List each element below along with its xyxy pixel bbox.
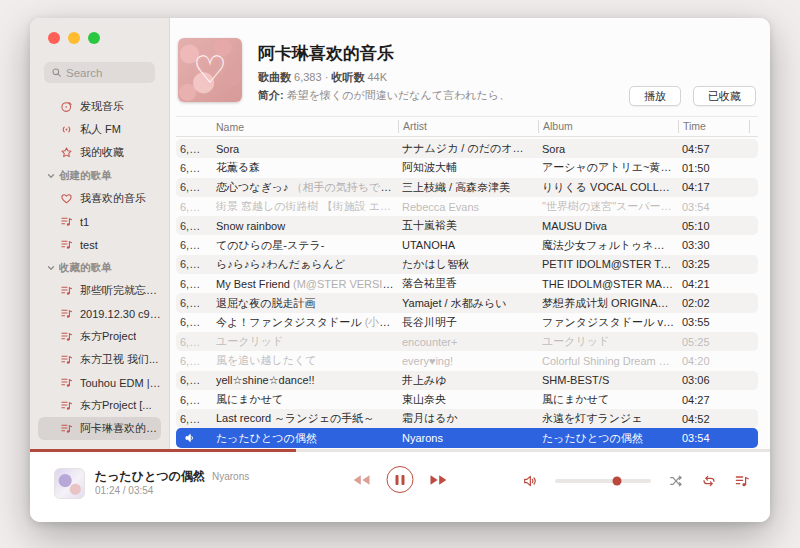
song-name: たったひとつの偶然	[212, 431, 394, 446]
sidebar-item[interactable]: 我的收藏	[38, 141, 161, 164]
song-name: 風にまかせて	[212, 392, 394, 407]
previous-track-button[interactable]	[353, 474, 372, 486]
song-number: 6,379	[176, 355, 208, 367]
sidebar-item-selected[interactable]: 阿卡琳喜欢的音乐	[38, 417, 161, 440]
collected-button[interactable]: 已收藏	[693, 86, 756, 106]
table-row[interactable]: 6,375My Best Friend (M@STER VERSION)落合祐里…	[176, 274, 758, 293]
song-artist: 落合祐里香	[398, 276, 534, 291]
volume-knob[interactable]	[613, 477, 622, 486]
search-box[interactable]	[44, 62, 155, 83]
table-row[interactable]: 6,378ユークリッドencounter+ユークリッド05:25	[176, 332, 758, 351]
next-track-button[interactable]	[429, 474, 448, 486]
play-button[interactable]: 播放	[629, 86, 681, 106]
song-name: My Best Friend (M@STER VERSION)	[212, 278, 394, 290]
song-artist: 阿知波大輔	[398, 160, 534, 175]
main-content: ♡ 阿卡琳喜欢的音乐 歌曲数 6,383 · 收听数 44K 简介: 希望を懐く…	[170, 18, 770, 449]
table-row[interactable]: 6,376退屈な夜の脱走計画Yamajet / 水都みらい梦想养成计划 ORIG…	[176, 293, 758, 312]
song-time: 01:50	[678, 162, 750, 174]
column-name[interactable]: Name	[212, 121, 394, 133]
sidebar-item-label: 阿卡琳喜欢的音乐	[80, 421, 161, 436]
sidebar-item[interactable]: 发现音乐	[38, 95, 161, 118]
table-row[interactable]: 6,381風にまかせて東山奈央風にまかせて04:27	[176, 390, 758, 409]
column-artist[interactable]: Artist	[398, 120, 534, 133]
sidebar-item[interactable]: t1	[38, 210, 161, 233]
playlist-intro: 简介: 希望を懐くのが間違いだなんて言われたら、	[258, 88, 588, 103]
chevron-down-icon	[46, 263, 56, 273]
now-playing-time: 01:24 / 03:54	[95, 485, 249, 498]
sidebar-section-header[interactable]: 创建的歌单	[38, 164, 161, 187]
song-time: 02:02	[678, 297, 750, 309]
song-number: 6,372	[176, 220, 208, 232]
sidebar-item-label: 我的收藏	[80, 145, 124, 160]
song-number	[176, 432, 208, 444]
song-time: 04:20	[678, 355, 750, 367]
song-number: 6,371	[176, 201, 208, 213]
song-time: 03:25	[678, 258, 750, 270]
table-row[interactable]: 6,377今よ！ファンタジスタドール (小明オ...長谷川明子ファンタジスタドー…	[176, 313, 758, 332]
song-artist: Nyarons	[398, 432, 534, 444]
song-time: 04:21	[678, 278, 750, 290]
search-input[interactable]	[66, 67, 148, 79]
playlist-cover-art: ♡	[178, 38, 242, 102]
playlist-icon	[60, 330, 73, 343]
sidebar-item[interactable]: 那些听完就忘不...	[38, 279, 161, 302]
table-row[interactable]: 6,372Snow rainbow五十嵐裕美MAUSU Diva05:10	[176, 216, 758, 235]
repeat-icon[interactable]	[701, 473, 717, 489]
table-row[interactable]: 6,371街景 窓越しの街路樹 【街施設 エトリ...Rebecca Evans…	[176, 197, 758, 216]
song-album: アーシャのアトリエ~黄昏の...	[538, 160, 674, 175]
table-row-playing[interactable]: たったひとつの偶然Nyaronsたったひとつの偶然03:54	[176, 428, 758, 447]
close-button[interactable]	[48, 32, 60, 44]
table-row[interactable]: 6,382Last record ～ランジェの手紙～霜月はるか永遠を灯すランジェ…	[176, 409, 758, 428]
song-artist: 霜月はるか	[398, 411, 534, 426]
chevron-down-icon	[46, 171, 56, 181]
playlist-stats: 歌曲数 6,383 · 收听数 44K	[258, 70, 387, 85]
sidebar-item[interactable]: Touhou EDM | ...	[38, 371, 161, 394]
song-album: ファンタジスタドール vol.5...	[538, 315, 674, 330]
song-time: 03:55	[678, 316, 750, 328]
search-icon	[51, 67, 62, 78]
volume-icon[interactable]	[522, 473, 538, 489]
song-artist: Rebecca Evans	[398, 201, 534, 213]
song-album: 永遠を灯すランジェ	[538, 411, 674, 426]
song-name: 花薫る森	[212, 160, 394, 175]
minimize-button[interactable]	[68, 32, 80, 44]
song-name-main: 風にまかせて	[216, 393, 283, 405]
song-name-main: 花薫る森	[216, 161, 260, 173]
table-row[interactable]: 6,379風を追い越したくてevery♥ing!Colorful Shining…	[176, 351, 758, 370]
play-queue-icon[interactable]	[734, 473, 750, 489]
sidebar-section-header[interactable]: 收藏的歌单	[38, 256, 161, 279]
table-row[interactable]: 6,380yell☆shine☆dance!!井上みゆSHM-BEST/S03:…	[176, 371, 758, 390]
song-number: 6,376	[176, 297, 208, 309]
sidebar-item[interactable]: 私人 FM	[38, 118, 161, 141]
sidebar-item[interactable]: test	[38, 233, 161, 256]
sidebar-item-label: 东方Project [...	[80, 398, 152, 413]
sidebar-item-label: 东方Project	[80, 329, 136, 344]
star-icon	[60, 146, 73, 159]
table-row[interactable]: 6,368Soraナナムジカ / のだのオーケス...Sora04:57	[176, 139, 758, 158]
song-number: 6,373	[176, 239, 208, 251]
shuffle-icon[interactable]	[668, 473, 684, 489]
column-time[interactable]: Time	[678, 120, 750, 133]
sidebar-item[interactable]: 东方Project	[38, 325, 161, 348]
speaker-icon	[184, 432, 196, 444]
playlist-icon	[60, 422, 73, 435]
table-row[interactable]: 6,370恋心つなぎっ♪ （相手の気持ちで歌っ...三上枝織 / 高森奈津美りり…	[176, 178, 758, 197]
sidebar-item[interactable]: 东方卫视 我们...	[38, 348, 161, 371]
volume-slider[interactable]	[555, 479, 651, 483]
table-row[interactable]: 6,374ら♪ら♪ら♪わんだぁらんどたかはし智秋PETIT IDOLM@STER…	[176, 255, 758, 274]
song-name-sub: (M@STER VERSION)	[293, 278, 394, 290]
song-time: 05:25	[678, 336, 750, 348]
sidebar-item[interactable]: 我喜欢的音乐	[38, 187, 161, 210]
song-number: 6,368	[176, 143, 208, 155]
sidebar-item-label: 东方卫视 我们...	[80, 352, 158, 367]
column-album[interactable]: Album	[538, 120, 674, 133]
sidebar-item[interactable]: 东方Project [...	[38, 394, 161, 417]
song-name: Snow rainbow	[212, 220, 394, 232]
sidebar-item[interactable]: 2019.12.30 c97...	[38, 302, 161, 325]
table-row[interactable]: 6,369花薫る森阿知波大輔アーシャのアトリエ~黄昏の...01:50	[176, 158, 758, 177]
song-name: ユークリッド	[212, 334, 394, 349]
table-row[interactable]: 6,373てのひらの星-ステラ-UTANOHA魔法少女フォルトゥネ★マギカ03:…	[176, 235, 758, 254]
pause-button[interactable]	[387, 466, 414, 493]
song-name: 恋心つなぎっ♪ （相手の気持ちで歌っ...	[212, 180, 394, 195]
zoom-button[interactable]	[88, 32, 100, 44]
